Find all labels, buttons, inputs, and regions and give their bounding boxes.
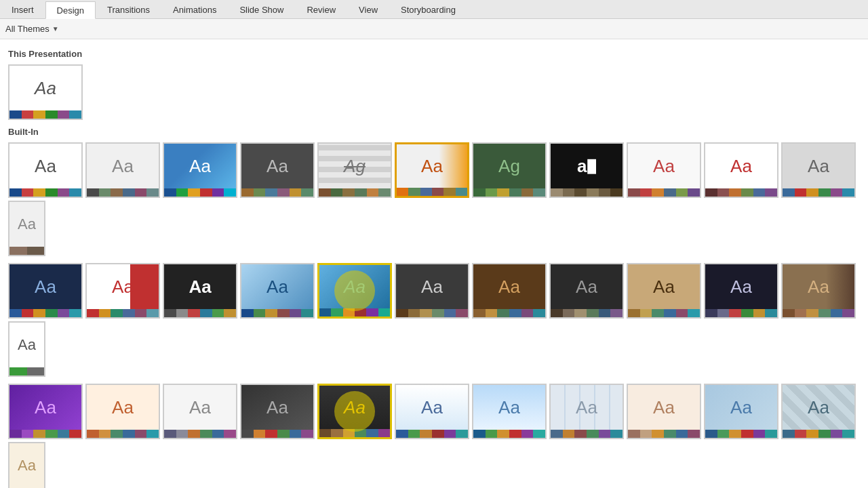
built-in-grid-row1: Aa Aa — [8, 142, 860, 256]
theme-elemental[interactable]: Aa — [8, 263, 83, 319]
theme-solstice[interactable]: Aa — [704, 384, 778, 439]
theme-technic[interactable]: Aa — [781, 384, 856, 439]
theme-inkwell[interactable]: Aa — [704, 263, 778, 319]
theme-grid[interactable]: Aa — [472, 263, 547, 319]
theme-current[interactable]: Aa — [8, 64, 83, 120]
theme-executive[interactable]: Aa — [240, 263, 315, 319]
theme-couture[interactable]: Aa — [8, 201, 45, 256]
built-in-grid-row2: Aa Aa — [8, 263, 860, 377]
theme-essential[interactable]: Aa — [163, 263, 237, 319]
theme-apothecary[interactable]: Ag — [317, 142, 392, 198]
theme-flow[interactable]: Aa — [317, 263, 392, 319]
tab-storyboarding[interactable]: Storyboarding — [389, 1, 467, 18]
section-this-presentation: This Presentation — [8, 49, 860, 59]
theme-apex[interactable]: Aa — [240, 142, 315, 198]
theme-adjacency[interactable]: Aa — [85, 142, 160, 198]
theme-metro[interactable]: Aa — [8, 321, 45, 377]
theme-perspective[interactable]: Aa — [472, 384, 547, 439]
theme-austin[interactable]: Ag — [472, 142, 547, 198]
theme-clarity[interactable]: Aa — [627, 142, 701, 198]
tab-transitions[interactable]: Transitions — [96, 1, 161, 18]
theme-hardcover[interactable]: Aa — [549, 263, 624, 319]
theme-office[interactable]: Aa — [8, 142, 83, 198]
theme-horizon[interactable]: Aa — [627, 263, 701, 319]
themes-panel: This Presentation Aa Built-In Aa — [0, 39, 868, 488]
section-built-in: Built-In — [8, 127, 860, 137]
tab-animations[interactable]: Animations — [161, 1, 228, 18]
theme-composite[interactable]: Aa — [704, 142, 778, 198]
tab-insert[interactable]: Insert — [0, 1, 45, 18]
themes-filter-bar: All Themes ▼ — [0, 19, 868, 39]
theme-paper[interactable]: Aa — [395, 384, 469, 439]
theme-newsprint[interactable]: Aa — [85, 384, 160, 439]
theme-pushpin[interactable]: Aa — [549, 384, 624, 439]
tab-design[interactable]: Design — [45, 1, 96, 19]
this-presentation-grid: Aa — [8, 64, 860, 120]
theme-concourse[interactable]: Aa — [781, 142, 856, 198]
theme-median[interactable]: Aa — [781, 263, 856, 319]
theme-thatch[interactable]: Aa — [8, 442, 45, 488]
ribbon-tabs: Insert Design Transitions Animations Sli… — [0, 0, 868, 19]
all-themes-dropdown[interactable]: All Themes ▼ — [5, 24, 59, 34]
theme-oriel[interactable]: Aa — [240, 384, 315, 439]
built-in-grid-row3: Aa Aa — [8, 384, 860, 488]
theme-foundry[interactable]: Aa — [395, 263, 469, 319]
tab-view[interactable]: View — [347, 1, 389, 18]
theme-origin[interactable]: Aa — [317, 384, 392, 439]
theme-equity[interactable]: Aa — [85, 263, 160, 319]
theme-module[interactable]: Aa — [8, 384, 83, 439]
tab-review[interactable]: Review — [295, 1, 347, 18]
theme-blacktie[interactable]: a █ — [549, 142, 624, 198]
theme-angles[interactable]: Aa — [163, 142, 237, 198]
tab-slideshow[interactable]: Slide Show — [228, 1, 295, 18]
theme-aspect[interactable]: Aa — [395, 142, 469, 198]
chevron-down-icon: ▼ — [52, 25, 59, 33]
theme-slipstream[interactable]: Aa — [627, 384, 701, 439]
theme-opulent[interactable]: Aa — [163, 384, 237, 439]
